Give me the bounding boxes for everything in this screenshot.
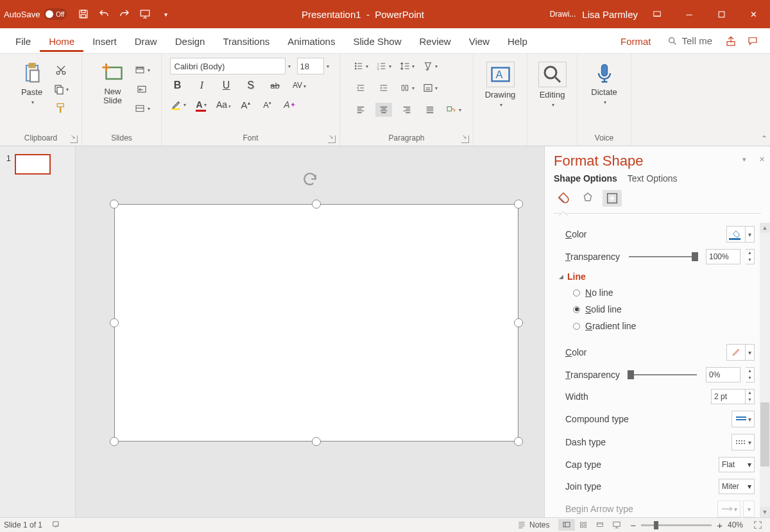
undo-icon[interactable] [94, 5, 114, 23]
slideshow-start-icon[interactable] [135, 5, 155, 23]
rotate-handle-icon[interactable] [302, 171, 318, 187]
radio-gradient-line[interactable]: Gradient line [550, 318, 758, 334]
slideshow-view-icon[interactable] [608, 519, 625, 531]
justify-button[interactable] [422, 103, 438, 117]
spellcheck-icon[interactable] [51, 520, 62, 531]
fill-color-button[interactable] [726, 226, 746, 243]
tab-home[interactable]: Home [40, 30, 83, 52]
paste-button[interactable]: Paste ▾ [13, 59, 51, 105]
fit-to-window-icon[interactable] [749, 519, 766, 531]
resize-handle-mr[interactable] [514, 318, 523, 327]
close-icon[interactable]: ✕ [740, 4, 766, 24]
tab-help[interactable]: Help [499, 30, 536, 52]
cut-icon[interactable] [53, 63, 69, 77]
numbering-button[interactable]: 123▾ [375, 59, 392, 73]
line-color-button[interactable] [726, 344, 746, 361]
scroll-thumb[interactable] [760, 402, 769, 467]
resize-handle-bm[interactable] [312, 437, 321, 446]
text-direction-button[interactable]: ▾ [422, 59, 438, 73]
tab-file[interactable]: File [6, 30, 40, 52]
new-slide-button[interactable]: New Slide [94, 59, 132, 106]
save-icon[interactable] [73, 5, 94, 23]
clear-formatting-button[interactable]: A✦ [282, 98, 298, 112]
fill-color-dropdown[interactable]: ▾ [746, 226, 755, 243]
autosave-toggle[interactable]: AutoSave Off [4, 8, 67, 20]
radio-no-line[interactable]: No line [550, 284, 758, 301]
minimize-icon[interactable]: ─ [676, 4, 702, 24]
paragraph-launcher[interactable] [461, 135, 469, 143]
tab-view[interactable]: View [460, 30, 499, 52]
smartart-convert-button[interactable]: ▾ [445, 103, 461, 117]
italic-button[interactable]: I [194, 80, 210, 91]
increase-font-button[interactable]: A▴ [238, 99, 253, 110]
section-icon[interactable]: ▾ [133, 101, 150, 116]
resize-handle-tm[interactable] [312, 200, 321, 209]
radio-solid-line[interactable]: Solid line [550, 301, 758, 318]
align-text-button[interactable]: ▾ [422, 81, 438, 95]
selected-shape[interactable] [114, 204, 518, 442]
zoom-in-button[interactable]: + [717, 520, 723, 531]
scroll-up-icon[interactable]: ▲ [760, 223, 770, 233]
line-spacing-button[interactable]: ▾ [398, 59, 415, 73]
cap-type-select[interactable]: Flat▾ [719, 457, 755, 472]
resize-handle-tr[interactable] [514, 200, 523, 209]
line-width-spinner[interactable]: ▲▼ [746, 389, 755, 404]
slide-position[interactable]: Slide 1 of 1 [4, 520, 42, 529]
comments-icon[interactable] [742, 31, 764, 51]
fill-transparency-spinner[interactable]: ▲▼ [746, 249, 755, 264]
underline-button[interactable]: U [219, 80, 234, 91]
collapse-ribbon-icon[interactable]: ⌃ [761, 134, 767, 143]
font-name-combobox[interactable]: Calibri (Body) [170, 58, 286, 74]
tab-shape-options[interactable]: Shape Options [554, 173, 617, 184]
drawing-button[interactable]: A Drawing ▾ [481, 59, 520, 108]
format-pane-menu[interactable]: ▾ [742, 155, 746, 164]
bullets-button[interactable]: ▾ [352, 59, 369, 73]
zoom-out-button[interactable]: − [630, 520, 636, 531]
increase-indent-button[interactable] [375, 81, 392, 95]
reading-view-icon[interactable] [592, 519, 608, 531]
font-launcher[interactable] [328, 135, 336, 143]
resize-handle-bl[interactable] [110, 437, 119, 446]
resize-handle-tl[interactable] [110, 200, 119, 209]
change-case-button[interactable]: Aa▾ [216, 99, 232, 110]
tab-draw[interactable]: Draw [126, 30, 166, 52]
font-color-button[interactable]: A▾ [193, 98, 210, 112]
decrease-indent-button[interactable] [352, 81, 369, 95]
strikethrough-button[interactable]: ab [268, 81, 283, 90]
redo-icon[interactable] [114, 5, 135, 23]
maximize-icon[interactable] [708, 4, 734, 24]
slide-thumbnails-panel[interactable]: 1 [0, 146, 76, 517]
share-icon[interactable] [720, 31, 742, 51]
char-spacing-button[interactable]: AV▾ [292, 81, 307, 90]
slide-canvas[interactable] [76, 146, 544, 517]
slide-sorter-view-icon[interactable] [575, 519, 592, 531]
fill-transparency-slider[interactable] [629, 256, 697, 257]
fill-line-icon[interactable] [554, 190, 573, 207]
join-type-select[interactable]: Miter▾ [719, 479, 755, 494]
line-transparency-spinner[interactable]: ▲▼ [746, 367, 755, 382]
tab-slide-show[interactable]: Slide Show [344, 30, 410, 52]
clipboard-launcher[interactable] [70, 135, 78, 143]
thumbnail-1[interactable]: 1 [6, 154, 69, 175]
zoom-slider[interactable] [641, 524, 712, 526]
shadow-button[interactable]: S [243, 80, 259, 91]
font-size-combobox[interactable]: 18 [297, 58, 324, 74]
ribbon-display-options-icon[interactable] [644, 4, 670, 24]
highlight-color-button[interactable]: ▾ [170, 98, 187, 112]
qat-customize-icon[interactable]: ▾ [155, 5, 176, 23]
line-width-value[interactable]: 2 pt [711, 389, 746, 404]
tab-text-options[interactable]: Text Options [628, 173, 678, 184]
notes-button[interactable]: Notes [517, 520, 549, 529]
tab-design[interactable]: Design [166, 30, 214, 52]
compound-type-dropdown[interactable]: ▾ [732, 411, 755, 427]
begin-arrow-dropdown[interactable]: ▾ [717, 501, 740, 517]
columns-button[interactable]: ▾ [398, 81, 415, 95]
fill-transparency-value[interactable]: 100% [706, 249, 740, 264]
line-color-dropdown[interactable]: ▾ [746, 344, 755, 361]
tab-review[interactable]: Review [410, 30, 459, 52]
format-painter-icon[interactable] [53, 101, 69, 116]
editing-button[interactable]: Editing ▾ [533, 59, 572, 108]
tab-insert[interactable]: Insert [83, 30, 126, 52]
user-name[interactable]: Lisa Parmley [582, 9, 638, 20]
bold-button[interactable]: B [170, 80, 185, 91]
